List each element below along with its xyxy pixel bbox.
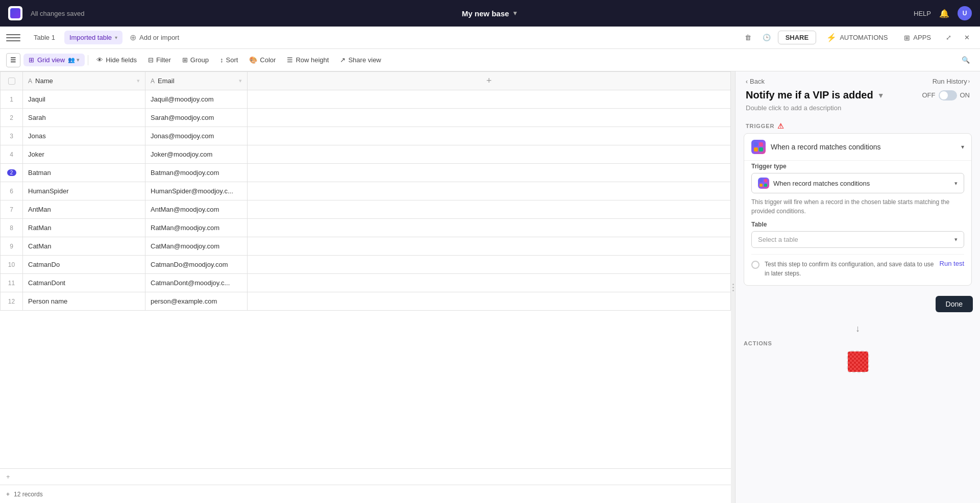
run-test-button[interactable]: Run test	[940, 260, 964, 267]
row-name-cell[interactable]: Jonas	[23, 127, 145, 145]
row-name-cell[interactable]: CatmanDo	[23, 256, 145, 274]
row-height-icon: ☰	[287, 56, 293, 64]
row-email-cell[interactable]: RatMan@moodjoy.com	[145, 219, 248, 237]
done-button[interactable]: Done	[936, 296, 973, 312]
run-history-button[interactable]: Run History ›	[933, 78, 970, 85]
fullscreen-icon[interactable]: ⤢	[941, 31, 955, 45]
add-import-button[interactable]: ⊕ Add or import	[125, 30, 184, 45]
add-column-button[interactable]: +	[248, 72, 731, 90]
row-email-cell[interactable]: AntMan@moodjoy.com	[145, 200, 248, 219]
row-number-cell: 7	[1, 200, 23, 219]
svg-rect-6	[760, 184, 763, 187]
history-icon[interactable]: 🕒	[760, 31, 774, 45]
add-row-footer-icon[interactable]: +	[6, 491, 10, 498]
sidebar-toggle[interactable]	[6, 31, 20, 45]
automation-title-arrow[interactable]: ▼	[877, 91, 885, 99]
table-row: 8RatManRatMan@moodjoy.com	[1, 219, 731, 237]
trigger-chevron-icon: ▾	[961, 143, 964, 150]
group-button[interactable]: ⊞ Group	[177, 54, 214, 66]
share-button[interactable]: SHARE	[778, 31, 817, 44]
main-content: A Name ▾ A Email ▾ +	[0, 71, 980, 503]
trash-icon[interactable]: 🗑	[741, 31, 755, 45]
color-button[interactable]: 🎨 Color	[244, 54, 281, 66]
run-history-arrow-icon: ›	[968, 79, 970, 84]
share-view-button[interactable]: ↗ Share view	[335, 54, 386, 66]
automations-button[interactable]: ⚡ AUTOMATIONS	[820, 30, 894, 45]
close-panel-icon[interactable]: ✕	[960, 31, 974, 45]
back-button[interactable]: ‹ Back	[746, 78, 765, 85]
select-all-checkbox[interactable]	[8, 78, 15, 85]
table-container[interactable]: A Name ▾ A Email ▾ +	[0, 71, 731, 468]
automation-toggle[interactable]	[939, 90, 957, 100]
name-column-header: A Name ▾	[23, 72, 145, 90]
base-title-chevron[interactable]: ▼	[512, 10, 518, 17]
row-email-cell[interactable]: Joker@moodjoy.com	[145, 145, 248, 164]
test-radio[interactable]	[751, 261, 760, 269]
row-number: 2	[10, 114, 13, 121]
hide-fields-button[interactable]: 👁 Hide fields	[91, 54, 142, 66]
row-number: 9	[10, 243, 13, 250]
test-description-text: Test this step to confirm its configurat…	[765, 260, 935, 278]
trigger-type-select[interactable]: When record matches conditions ▾	[751, 173, 964, 193]
row-name-cell[interactable]: Joker	[23, 145, 145, 164]
row-number: 8	[10, 224, 13, 232]
tab-bar-right: 🗑 🕒 SHARE ⚡ AUTOMATIONS ⊞ APPS ⤢ ✕	[741, 30, 974, 45]
table-row: 3JonasJonas@moodjoy.com	[1, 127, 731, 145]
row-name-cell[interactable]: CatmanDont	[23, 274, 145, 292]
row-email-cell[interactable]: Jonas@moodjoy.com	[145, 127, 248, 145]
app-logo[interactable]	[8, 6, 22, 20]
tab-table1[interactable]: Table 1	[27, 31, 62, 44]
user-avatar[interactable]: U	[958, 6, 972, 20]
row-email-cell[interactable]: person@example.com	[145, 292, 248, 311]
actions-section-label: ACTIONS	[744, 340, 972, 346]
toolbar-separator-1	[88, 55, 88, 65]
top-bar-right: HELP 🔔 U	[914, 6, 972, 20]
row-email-cell[interactable]: Sarah@moodjoy.com	[145, 109, 248, 127]
svg-rect-5	[764, 179, 767, 182]
automation-description[interactable]: Double click to add a description	[736, 103, 980, 118]
row-empty-cell	[248, 292, 731, 311]
trigger-expanded-content: Trigger type When record matches conditi…	[744, 160, 971, 285]
row-email-cell[interactable]: Batman@moodjoy.com	[145, 164, 248, 182]
row-email-cell[interactable]: CatMan@moodjoy.com	[145, 237, 248, 256]
row-name-cell[interactable]: RatMan	[23, 219, 145, 237]
apps-button[interactable]: ⊞ APPS	[898, 31, 937, 44]
row-email-cell[interactable]: Jaquil@moodjoy.com	[145, 90, 248, 109]
row-number-cell: 10	[1, 256, 23, 274]
sort-button[interactable]: ↕ Sort	[215, 54, 243, 66]
grid-icon: ⊞	[29, 56, 34, 64]
panel-resize-handle[interactable]	[731, 71, 735, 503]
view-sidebar-toggle[interactable]: ☰	[6, 53, 20, 67]
trigger-select-text: When record matches conditions	[773, 180, 950, 187]
notifications-icon[interactable]: 🔔	[939, 9, 949, 18]
row-name-cell[interactable]: Sarah	[23, 109, 145, 127]
row-number-cell: 4	[1, 145, 23, 164]
row-number: 3	[10, 133, 13, 140]
filter-button[interactable]: ⊟ Filter	[143, 54, 176, 66]
row-name-cell[interactable]: AntMan	[23, 200, 145, 219]
table-row: 2SarahSarah@moodjoy.com	[1, 109, 731, 127]
add-row-button[interactable]: +	[0, 468, 731, 485]
row-email-cell[interactable]: CatmanDont@moodjoy.c...	[145, 274, 248, 292]
trigger-card-title: When a record matches conditions	[771, 143, 956, 151]
trigger-card-header[interactable]: When a record matches conditions ▾	[744, 134, 971, 160]
table-row: 7AntManAntMan@moodjoy.com	[1, 200, 731, 219]
row-name-cell[interactable]: Person name	[23, 292, 145, 311]
row-height-button[interactable]: ☰ Row height	[282, 54, 334, 66]
row-name-cell[interactable]: Batman	[23, 164, 145, 182]
row-name-cell[interactable]: HumanSpider	[23, 182, 145, 200]
email-col-sort-icon[interactable]: ▾	[239, 78, 242, 84]
tab-imported-table[interactable]: Imported table ▾	[64, 31, 122, 44]
help-button[interactable]: HELP	[914, 10, 931, 17]
search-button[interactable]: 🔍	[958, 52, 974, 68]
name-col-sort-icon[interactable]: ▾	[137, 78, 140, 84]
row-number-cell: 3	[1, 127, 23, 145]
grid-view-button[interactable]: ⊞ Grid view 👥 ▾	[23, 54, 85, 66]
row-name-cell[interactable]: CatMan	[23, 237, 145, 256]
table-select-dropdown[interactable]: Select a table ▾	[751, 231, 964, 248]
row-email-cell[interactable]: HumanSpider@moodjoy.c...	[145, 182, 248, 200]
row-email-cell[interactable]: CatmanDo@moodjoy.com	[145, 256, 248, 274]
automation-panel: ‹ Back Run History › Notify me if a VIP …	[735, 71, 980, 503]
trigger-icon	[751, 140, 766, 154]
row-name-cell[interactable]: Jaquil	[23, 90, 145, 109]
